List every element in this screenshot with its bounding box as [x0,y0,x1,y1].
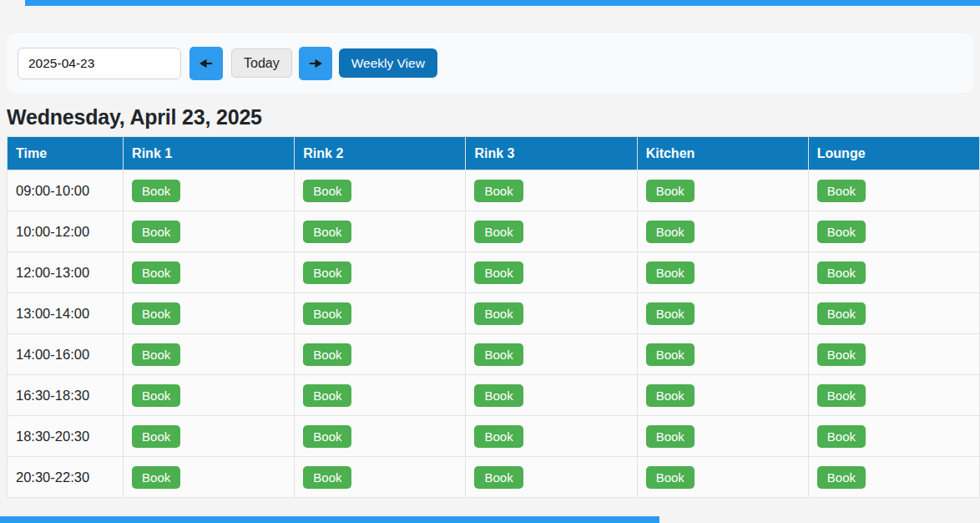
booking-cell: Book [295,211,466,252]
booking-cell: Book [295,334,466,375]
book-button[interactable]: Book [474,384,523,407]
booking-cell: Book [466,416,637,457]
table-row: 12:00-13:00BookBookBookBookBook [8,252,980,293]
booking-cell: Book [808,211,979,252]
book-button[interactable]: Book [303,466,351,489]
book-button[interactable]: Book [303,262,351,284]
time-slot-label: 14:00-16:00 [8,334,124,375]
booking-cell: Book [637,457,808,498]
book-button[interactable]: Book [132,343,180,366]
book-button[interactable]: Book [474,343,523,366]
book-button[interactable]: Book [646,221,695,243]
booking-cell: Book [808,252,979,293]
book-button[interactable]: Book [132,262,180,284]
table-row: 10:00-12:00BookBookBookBookBook [8,211,980,252]
booking-cell: Book [637,211,808,252]
book-button[interactable]: Book [132,302,180,325]
book-button[interactable]: Book [646,343,695,366]
booking-cell: Book [466,334,637,375]
column-header-rink-3: Rink 3 [466,137,637,170]
book-button[interactable]: Book [132,425,180,448]
booking-cell: Book [637,416,808,457]
booking-cell: Book [808,170,979,211]
table-header-row: TimeRink 1Rink 2Rink 3KitchenLounge [8,137,980,170]
bottom-accent-bar [0,516,659,523]
booking-cell: Book [295,170,466,211]
table-row: 09:00-10:00BookBookBookBookBook [8,170,980,211]
book-button[interactable]: Book [646,180,695,202]
time-slot-label: 10:00-12:00 [8,211,124,252]
book-button[interactable]: Book [303,343,351,366]
book-button[interactable]: Book [132,180,180,202]
right-arrow-icon [308,58,322,69]
book-button[interactable]: Book [817,302,866,325]
booking-cell: Book [295,293,466,334]
table-row: 16:30-18:30BookBookBookBookBook [8,375,980,416]
time-slot-label: 16:30-18:30 [8,375,124,416]
column-header-rink-1: Rink 1 [124,137,295,170]
today-button[interactable]: Today [231,48,292,78]
book-button[interactable]: Book [303,425,351,448]
booking-cell: Book [124,170,295,211]
booking-cell: Book [637,293,808,334]
book-button[interactable]: Book [474,425,523,448]
book-button[interactable]: Book [132,221,180,243]
date-input[interactable] [18,48,181,79]
book-button[interactable]: Book [817,180,866,202]
book-button[interactable]: Book [817,343,866,366]
booking-cell: Book [466,211,637,252]
book-button[interactable]: Book [303,221,351,243]
booking-cell: Book [124,375,295,416]
book-button[interactable]: Book [132,466,180,489]
book-button[interactable]: Book [646,302,695,325]
table-row: 14:00-16:00BookBookBookBookBook [8,334,980,375]
booking-cell: Book [124,416,295,457]
book-button[interactable]: Book [646,262,695,284]
book-button[interactable]: Book [474,180,523,202]
booking-cell: Book [466,252,637,293]
book-button[interactable]: Book [474,221,523,243]
booking-cell: Book [466,293,637,334]
booking-cell: Book [466,457,637,498]
table-row: 20:30-22:30BookBookBookBookBook [8,457,980,498]
weekly-view-button[interactable]: Weekly View [339,48,437,78]
date-toolbar: Today Weekly View [7,33,973,93]
booking-cell: Book [124,334,295,375]
booking-cell: Book [295,416,466,457]
time-slot-label: 13:00-14:00 [8,293,124,334]
booking-cell: Book [808,334,979,375]
previous-day-button[interactable] [189,47,223,80]
book-button[interactable]: Book [474,466,523,489]
book-button[interactable]: Book [817,425,866,448]
book-button[interactable]: Book [817,466,866,489]
time-slot-label: 20:30-22:30 [8,457,124,498]
book-button[interactable]: Book [303,180,351,202]
booking-cell: Book [637,375,808,416]
table-row: 18:30-20:30BookBookBookBookBook [8,416,980,457]
page-title: Wednesday, April 23, 2025 [7,105,262,129]
book-button[interactable]: Book [474,262,523,284]
book-button[interactable]: Book [817,262,866,284]
booking-cell: Book [124,211,295,252]
column-header-kitchen: Kitchen [637,137,808,170]
booking-cell: Book [808,293,979,334]
booking-cell: Book [295,375,466,416]
time-slot-label: 12:00-13:00 [8,252,124,293]
book-button[interactable]: Book [303,384,351,407]
time-slot-label: 18:30-20:30 [8,416,124,457]
booking-cell: Book [637,252,808,293]
booking-cell: Book [466,170,637,211]
book-button[interactable]: Book [132,384,180,407]
book-button[interactable]: Book [646,384,695,407]
next-day-button[interactable] [299,47,332,80]
book-button[interactable]: Book [474,302,523,325]
booking-cell: Book [124,293,295,334]
booking-cell: Book [808,457,979,498]
book-button[interactable]: Book [646,466,695,489]
book-button[interactable]: Book [303,302,351,325]
book-button[interactable]: Book [646,425,695,448]
booking-cell: Book [637,170,808,211]
book-button[interactable]: Book [817,221,866,243]
book-button[interactable]: Book [817,384,866,407]
left-arrow-icon [200,58,214,69]
